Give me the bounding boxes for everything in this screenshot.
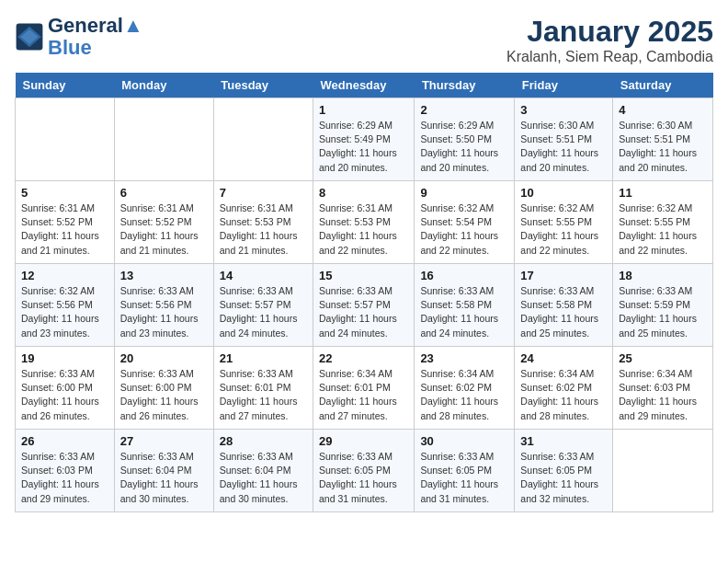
day-cell: 4Sunrise: 6:30 AM Sunset: 5:51 PM Daylig… — [613, 98, 713, 181]
day-number: 20 — [120, 351, 208, 365]
day-number: 29 — [319, 434, 408, 448]
day-number: 2 — [420, 103, 508, 117]
day-cell: 13Sunrise: 6:33 AM Sunset: 5:56 PM Dayli… — [114, 264, 213, 347]
day-cell — [114, 98, 213, 181]
day-number: 13 — [120, 269, 208, 282]
day-info: Sunrise: 6:30 AM Sunset: 5:51 PM Dayligh… — [619, 119, 707, 175]
day-number: 17 — [520, 269, 607, 282]
day-cell: 28Sunrise: 6:33 AM Sunset: 6:04 PM Dayli… — [213, 430, 313, 512]
day-number: 28 — [220, 434, 307, 448]
day-info: Sunrise: 6:30 AM Sunset: 5:51 PM Dayligh… — [520, 119, 607, 175]
week-row-1: 5Sunrise: 6:31 AM Sunset: 5:52 PM Daylig… — [16, 181, 713, 264]
day-number: 26 — [21, 434, 108, 448]
day-cell: 19Sunrise: 6:33 AM Sunset: 6:00 PM Dayli… — [16, 347, 115, 430]
day-cell: 26Sunrise: 6:33 AM Sunset: 6:03 PM Dayli… — [16, 430, 115, 512]
day-number: 7 — [220, 186, 307, 200]
day-number: 12 — [21, 269, 108, 282]
days-of-week-row: SundayMondayTuesdayWednesdayThursdayFrid… — [16, 73, 713, 98]
day-cell: 9Sunrise: 6:32 AM Sunset: 5:54 PM Daylig… — [415, 181, 515, 264]
day-number: 21 — [220, 351, 307, 365]
day-cell: 17Sunrise: 6:33 AM Sunset: 5:58 PM Dayli… — [515, 264, 613, 347]
day-info: Sunrise: 6:31 AM Sunset: 5:52 PM Dayligh… — [21, 201, 108, 258]
week-row-0: 1Sunrise: 6:29 AM Sunset: 5:49 PM Daylig… — [16, 98, 713, 181]
day-number: 27 — [120, 434, 208, 448]
day-cell: 1Sunrise: 6:29 AM Sunset: 5:49 PM Daylig… — [313, 98, 415, 181]
day-number: 9 — [420, 186, 508, 200]
day-cell: 10Sunrise: 6:32 AM Sunset: 5:55 PM Dayli… — [515, 181, 613, 264]
day-number: 24 — [520, 351, 607, 365]
day-info: Sunrise: 6:33 AM Sunset: 6:03 PM Dayligh… — [21, 450, 108, 506]
day-number: 18 — [619, 269, 707, 282]
day-number: 3 — [520, 103, 607, 117]
day-info: Sunrise: 6:32 AM Sunset: 5:56 PM Dayligh… — [21, 284, 108, 340]
day-cell: 12Sunrise: 6:32 AM Sunset: 5:56 PM Dayli… — [16, 264, 115, 347]
week-row-3: 19Sunrise: 6:33 AM Sunset: 6:00 PM Dayli… — [16, 347, 713, 430]
day-info: Sunrise: 6:31 AM Sunset: 5:52 PM Dayligh… — [120, 201, 208, 258]
day-number: 11 — [619, 186, 707, 200]
dow-thursday: Thursday — [415, 73, 515, 98]
day-info: Sunrise: 6:33 AM Sunset: 6:00 PM Dayligh… — [120, 367, 208, 423]
day-info: Sunrise: 6:32 AM Sunset: 5:55 PM Dayligh… — [520, 201, 607, 258]
logo-icon — [15, 22, 44, 52]
day-cell: 7Sunrise: 6:31 AM Sunset: 5:53 PM Daylig… — [213, 181, 313, 264]
day-number: 23 — [420, 351, 508, 365]
day-number: 25 — [619, 351, 707, 365]
dow-sunday: Sunday — [16, 73, 115, 98]
day-info: Sunrise: 6:33 AM Sunset: 6:05 PM Dayligh… — [520, 450, 607, 506]
dow-friday: Friday — [515, 73, 613, 98]
day-cell: 30Sunrise: 6:33 AM Sunset: 6:05 PM Dayli… — [415, 430, 515, 512]
day-info: Sunrise: 6:34 AM Sunset: 6:02 PM Dayligh… — [420, 367, 508, 423]
day-number: 4 — [619, 103, 707, 117]
day-info: Sunrise: 6:33 AM Sunset: 5:57 PM Dayligh… — [220, 284, 307, 340]
day-cell: 2Sunrise: 6:29 AM Sunset: 5:50 PM Daylig… — [415, 98, 515, 181]
day-info: Sunrise: 6:33 AM Sunset: 6:04 PM Dayligh… — [220, 450, 307, 506]
dow-monday: Monday — [114, 73, 213, 98]
day-info: Sunrise: 6:31 AM Sunset: 5:53 PM Dayligh… — [319, 201, 408, 258]
day-cell — [16, 98, 115, 181]
day-cell: 18Sunrise: 6:33 AM Sunset: 5:59 PM Dayli… — [613, 264, 713, 347]
day-cell: 3Sunrise: 6:30 AM Sunset: 5:51 PM Daylig… — [515, 98, 613, 181]
day-info: Sunrise: 6:29 AM Sunset: 5:50 PM Dayligh… — [420, 119, 508, 175]
day-info: Sunrise: 6:33 AM Sunset: 5:59 PM Dayligh… — [619, 284, 707, 340]
day-number: 14 — [220, 269, 307, 282]
day-number: 31 — [520, 434, 607, 448]
day-cell: 31Sunrise: 6:33 AM Sunset: 6:05 PM Dayli… — [515, 430, 613, 512]
day-cell: 20Sunrise: 6:33 AM Sunset: 6:00 PM Dayli… — [114, 347, 213, 430]
day-number: 15 — [319, 269, 408, 282]
logo: General▲ Blue — [15, 15, 143, 59]
day-info: Sunrise: 6:33 AM Sunset: 5:57 PM Dayligh… — [319, 284, 408, 340]
day-cell: 11Sunrise: 6:32 AM Sunset: 5:55 PM Dayli… — [613, 181, 713, 264]
week-row-2: 12Sunrise: 6:32 AM Sunset: 5:56 PM Dayli… — [16, 264, 713, 347]
calendar-body: 1Sunrise: 6:29 AM Sunset: 5:49 PM Daylig… — [16, 98, 713, 512]
title-block: January 2025 Kralanh, Siem Reap, Cambodi… — [506, 15, 713, 65]
day-number: 6 — [120, 186, 208, 200]
day-info: Sunrise: 6:33 AM Sunset: 6:04 PM Dayligh… — [120, 450, 208, 506]
day-number: 8 — [319, 186, 408, 200]
day-cell: 6Sunrise: 6:31 AM Sunset: 5:52 PM Daylig… — [114, 181, 213, 264]
day-info: Sunrise: 6:33 AM Sunset: 5:58 PM Dayligh… — [520, 284, 607, 340]
day-info: Sunrise: 6:33 AM Sunset: 5:58 PM Dayligh… — [420, 284, 508, 340]
week-row-4: 26Sunrise: 6:33 AM Sunset: 6:03 PM Dayli… — [16, 430, 713, 512]
day-number: 22 — [319, 351, 408, 365]
dow-tuesday: Tuesday — [213, 73, 313, 98]
day-info: Sunrise: 6:33 AM Sunset: 6:00 PM Dayligh… — [21, 367, 108, 423]
day-cell: 24Sunrise: 6:34 AM Sunset: 6:02 PM Dayli… — [515, 347, 613, 430]
day-number: 30 — [420, 434, 508, 448]
day-info: Sunrise: 6:34 AM Sunset: 6:02 PM Dayligh… — [520, 367, 607, 423]
calendar-table: SundayMondayTuesdayWednesdayThursdayFrid… — [15, 73, 713, 512]
day-cell: 16Sunrise: 6:33 AM Sunset: 5:58 PM Dayli… — [415, 264, 515, 347]
day-cell: 8Sunrise: 6:31 AM Sunset: 5:53 PM Daylig… — [313, 181, 415, 264]
day-number: 10 — [520, 186, 607, 200]
month-title: January 2025 — [506, 15, 713, 49]
day-cell: 5Sunrise: 6:31 AM Sunset: 5:52 PM Daylig… — [16, 181, 115, 264]
day-number: 5 — [21, 186, 108, 200]
day-cell: 14Sunrise: 6:33 AM Sunset: 5:57 PM Dayli… — [213, 264, 313, 347]
dow-wednesday: Wednesday — [313, 73, 415, 98]
day-info: Sunrise: 6:34 AM Sunset: 6:01 PM Dayligh… — [319, 367, 408, 423]
day-cell: 21Sunrise: 6:33 AM Sunset: 6:01 PM Dayli… — [213, 347, 313, 430]
day-info: Sunrise: 6:33 AM Sunset: 6:01 PM Dayligh… — [220, 367, 307, 423]
location: Kralanh, Siem Reap, Cambodia — [506, 49, 713, 65]
day-info: Sunrise: 6:32 AM Sunset: 5:54 PM Dayligh… — [420, 201, 508, 258]
day-number: 19 — [21, 351, 108, 365]
dow-saturday: Saturday — [613, 73, 713, 98]
